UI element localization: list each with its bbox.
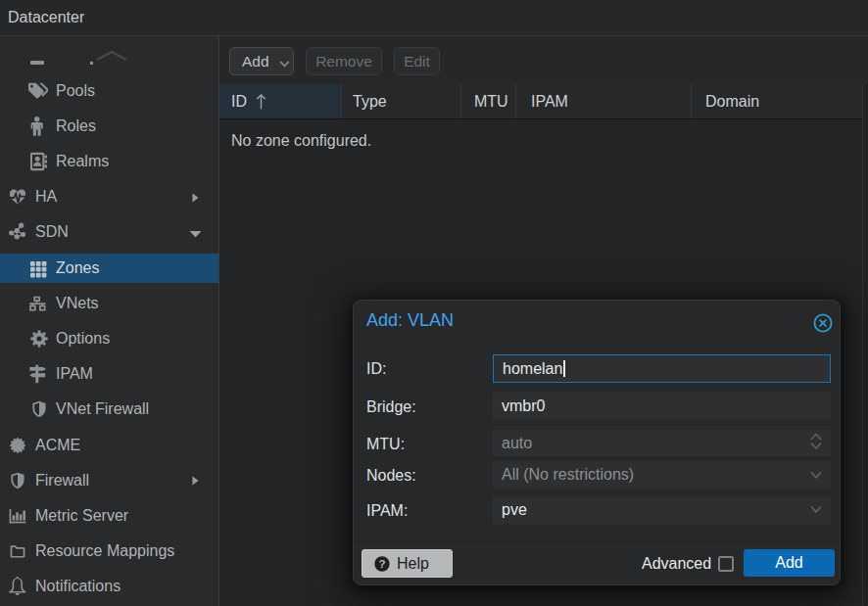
svg-text:?: ? — [378, 558, 385, 570]
